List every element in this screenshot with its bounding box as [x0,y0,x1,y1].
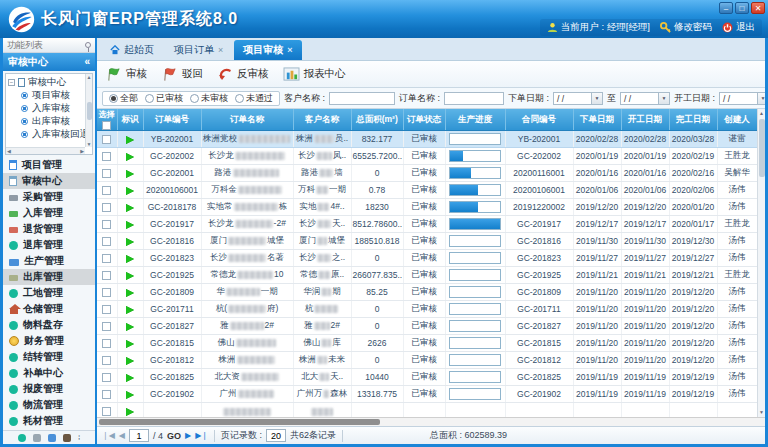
reverse-audit-button[interactable]: 反审核 [217,67,269,82]
order-date-to-picker[interactable]: / /▼ [620,92,670,105]
row-checkbox[interactable] [102,186,111,195]
tab-project-orders[interactable]: 项目订单 × [165,40,232,60]
sidebar-item-耗材管理[interactable]: 耗材管理 [3,413,95,429]
report-center-button[interactable]: 报表中心 [283,67,346,82]
radio-icon[interactable] [145,94,154,103]
sidebar-section-header[interactable]: 审核中心 « [3,53,95,71]
table-row[interactable]: YB-202001 株洲党校 株洲员.. 832.177 已审核 YB-2020… [97,131,757,148]
change-password-button[interactable]: 修改密码 [660,21,712,34]
scroll-up-icon[interactable]: ▲ [759,109,764,118]
row-select-cell[interactable] [97,148,117,165]
table-row[interactable]: 20200106001 万科金 万科一期 0.78 已审核 2020010600… [97,182,757,199]
table-row[interactable]: GC-201917 长沙龙-2# 长沙天.. 8512.78600.. 已审核 … [97,216,757,233]
col-creator[interactable]: 创建人 [717,109,757,131]
order-date-from-picker[interactable]: / /▼ [553,92,603,105]
scroll-right-icon[interactable]: ▶ [80,148,84,154]
reject-button[interactable]: 驳回 [161,66,203,82]
tree-item-inbound-audit-rollback[interactable]: 入库审核回退 [8,128,84,141]
radio-icon[interactable] [109,94,118,103]
tree-item-project-audit[interactable]: 项目审核 [8,89,84,102]
col-progress[interactable]: 生产进度 [445,109,505,131]
row-checkbox[interactable] [102,288,111,297]
tree-horizontal-scrollbar[interactable]: ◀ ▶ [6,147,85,154]
prev-page-button[interactable]: ◀ [119,431,125,441]
table-row[interactable]: GC-201812 株洲 株洲未来 0 已审核 GC-201812 2019/1… [97,352,757,369]
go-button[interactable]: GO [167,431,181,441]
radio-audited[interactable]: 已审核 [145,92,183,105]
overflow-icon[interactable]: ⁞ [78,434,80,442]
table-vertical-scrollbar[interactable]: ▲ ▼ [757,109,765,417]
row-select-cell[interactable] [97,131,117,148]
tree-root[interactable]: − 审核中心 [8,75,84,89]
sidebar-item-项目管理[interactable]: 项目管理 [3,157,95,173]
pen-icon[interactable] [48,434,56,442]
chevron-down-icon[interactable]: ▼ [591,93,602,104]
row-checkbox[interactable] [102,407,111,416]
row-checkbox[interactable] [102,254,111,263]
row-checkbox[interactable] [102,152,111,161]
customer-name-input[interactable] [329,92,395,105]
page-size-input[interactable] [266,429,286,442]
row-select-cell[interactable] [97,250,117,267]
sidebar-item-退库管理[interactable]: 退库管理 [3,237,95,253]
expander-icon[interactable]: − [8,79,15,86]
maximize-button[interactable]: □ [735,2,749,14]
minimize-button[interactable]: – [719,2,733,14]
sidebar-item-补单中心[interactable]: 补单中心 [3,365,95,381]
scrollbar-thumb[interactable] [99,419,380,425]
col-customer-name[interactable]: 客户名称 [293,109,351,131]
sidebar-item-财务管理[interactable]: 财务管理 [3,333,95,349]
row-checkbox[interactable] [102,373,111,382]
row-checkbox[interactable] [102,305,111,314]
scrollbar-thumb[interactable] [759,119,765,177]
sidebar-item-报废管理[interactable]: 报废管理 [3,381,95,397]
radio-all[interactable]: 全部 [109,92,138,105]
select-all-checkbox[interactable] [102,121,111,130]
row-checkbox[interactable] [102,339,111,348]
row-select-cell[interactable] [97,301,117,318]
radio-failed[interactable]: 未通过 [235,92,273,105]
row-select-cell[interactable] [97,369,117,386]
tab-project-audit[interactable]: 项目审核 × [234,40,301,60]
audit-button[interactable]: 审核 [105,66,147,82]
sidebar-item-退货管理[interactable]: 退货管理 [3,221,95,237]
pin-icon[interactable] [85,42,91,48]
next-page-button[interactable]: ▶ [185,431,191,441]
close-button[interactable]: ✕ [751,2,765,14]
col-finish-date[interactable]: 完工日期 [669,109,717,131]
row-select-cell[interactable] [97,267,117,284]
logout-button[interactable]: 退出 [722,21,755,34]
sidebar-item-物料盘存[interactable]: 物料盘存 [3,317,95,333]
col-order-status[interactable]: 订单状态 [403,109,445,131]
sidebar-item-仓储管理[interactable]: 仓储管理 [3,301,95,317]
table-row[interactable]: GC-2018178 实地常栋 实地4#.. 18230 已审核 2019122… [97,199,757,216]
tree-vertical-scrollbar[interactable]: ▲ ▼ [85,74,92,147]
scroll-down-icon[interactable]: ▼ [87,141,92,147]
row-checkbox[interactable] [102,356,111,365]
sidebar-item-采购管理[interactable]: 采购管理 [3,189,95,205]
table-row[interactable]: GC-201711 杭(府) 杭 0 已审核 GC-201711 2019/11… [97,301,757,318]
row-checkbox[interactable] [102,169,111,178]
order-name-input[interactable] [444,92,504,105]
scrollbar-thumb[interactable] [87,102,92,120]
table-row[interactable]: GC-201827 雅2# 雅2# 0 已审核 GC-201827 2019/1… [97,318,757,335]
row-select-cell[interactable] [97,165,117,182]
row-select-cell[interactable] [97,233,117,250]
start-date-picker[interactable]: / /▼ [719,92,765,105]
sidebar-item-入库管理[interactable]: 入库管理 [3,205,95,221]
row-select-cell[interactable] [97,352,117,369]
sidebar-item-生产管理[interactable]: 生产管理 [3,253,95,269]
first-page-button[interactable]: ❘◀ [102,431,115,441]
table-horizontal-scrollbar[interactable] [97,417,765,426]
scroll-left-icon[interactable]: ◀ [7,148,11,154]
row-select-cell[interactable] [97,199,117,216]
col-order-no[interactable]: 订单编号 [143,109,201,131]
table-row[interactable]: GC-201902 广州 广州万森林 13318.775 已审核 GC-2019… [97,386,757,403]
table-row[interactable]: GC-201825 北大资 北大天.. 10440 已审核 GC-201825 … [97,369,757,386]
collapse-icon[interactable]: « [84,53,90,71]
sidebar-item-物流管理[interactable]: 物流管理 [3,397,95,413]
radio-unaudited[interactable]: 未审核 [190,92,228,105]
sidebar-item-审核中心[interactable]: 审核中心 [3,173,95,189]
page-number-input[interactable] [129,429,149,442]
tree-item-inbound-audit[interactable]: 入库审核 [8,102,84,115]
